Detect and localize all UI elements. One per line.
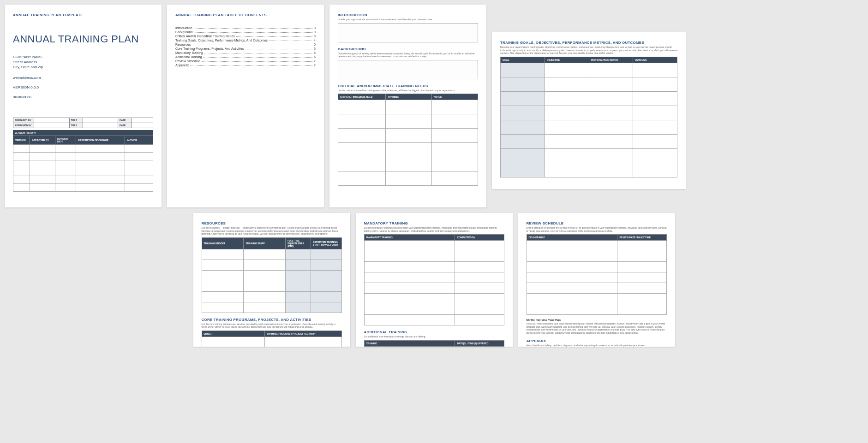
goals-table: GOAL OBJECTIVE PERFORMANCE METRIC OUTCOM… bbox=[500, 57, 677, 177]
table-row bbox=[13, 160, 153, 168]
doc-title: ANNUAL TRAINING PLAN bbox=[13, 33, 153, 45]
table-row bbox=[501, 91, 677, 106]
city-state-zip: City, State and Zip bbox=[13, 65, 153, 70]
critical-needs-table: CRITICAL / IMMEDIATE NEED TRAINING NOTES bbox=[338, 94, 478, 186]
background-desc: Describe the type(s) of training needs a… bbox=[338, 52, 478, 58]
table-row bbox=[364, 315, 504, 325]
additional-desc: List additional, non-mandatory trainings… bbox=[364, 335, 504, 338]
table-row bbox=[527, 262, 666, 272]
table-row bbox=[364, 241, 504, 251]
approved-row: APPROVED BY TITLE DATE bbox=[13, 123, 153, 128]
table-row bbox=[501, 134, 677, 148]
page-goals: TRAINING GOALS, OBJECTIVES, PERFORMANCE … bbox=[492, 32, 686, 189]
table-row bbox=[338, 143, 478, 157]
resources-title: RESOURCES bbox=[202, 221, 342, 225]
appendix-desc: Attach health and safety checklists, dia… bbox=[527, 344, 667, 347]
version-history-table: VERSION APPROVED BY REVISION DATE DESCRI… bbox=[13, 136, 153, 192]
resources-desc: List the resources — budget and staff — … bbox=[202, 226, 342, 236]
page-resources: RESOURCES List the resources — budget an… bbox=[193, 213, 350, 347]
table-row bbox=[527, 272, 666, 283]
table-row bbox=[527, 251, 666, 262]
table-row bbox=[202, 302, 341, 313]
page-toc: ANNUAL TRAINING PLAN TABLE OF CONTENTS I… bbox=[167, 5, 324, 207]
toc-line: Additional Training6 bbox=[175, 55, 316, 59]
table-row bbox=[202, 337, 341, 347]
note-desc: Once you have completed your basic annua… bbox=[527, 322, 667, 334]
table-row bbox=[338, 114, 478, 129]
table-row bbox=[501, 106, 677, 120]
core-title: CORE TRAINING PROGRAMS, PROJECTS, AND AC… bbox=[202, 318, 342, 322]
toc-list: Introduction3Background3Critical And/Or … bbox=[175, 26, 316, 67]
resources-table: TRAINING BUDGET TRAINING STAFF FULL-TIME… bbox=[202, 237, 342, 313]
toc-line: Critical And/Or Immediate Training Needs… bbox=[175, 35, 316, 38]
toc-line: Training Goals, Objectives, Performance … bbox=[175, 39, 316, 42]
table-row bbox=[527, 241, 666, 251]
table-row bbox=[527, 294, 666, 304]
table-row bbox=[202, 249, 341, 260]
page-review: REVIEW SCHEDULE Draft a schedule for per… bbox=[518, 213, 675, 347]
table-row bbox=[501, 120, 677, 134]
table-row bbox=[338, 100, 478, 114]
goals-title: TRAINING GOALS, OBJECTIVES, PERFORMANCE … bbox=[500, 41, 677, 45]
table-row bbox=[13, 152, 153, 160]
toc-line: Background3 bbox=[175, 30, 316, 34]
toc-line: Review Schedule7 bbox=[175, 59, 316, 63]
table-row bbox=[364, 272, 504, 283]
toc-header: ANNUAL TRAINING PLAN TABLE OF CONTENTS bbox=[175, 13, 316, 17]
table-row bbox=[364, 294, 504, 304]
background-box bbox=[338, 60, 478, 79]
table-row bbox=[501, 148, 677, 163]
appendix-title: APPENDIX bbox=[527, 339, 667, 343]
table-row bbox=[202, 291, 341, 302]
review-title: REVIEW SCHEDULE bbox=[527, 221, 667, 225]
table-row bbox=[338, 129, 478, 143]
street: Street Address bbox=[13, 59, 153, 65]
mandatory-title: MANDATORY TRAINING bbox=[364, 221, 504, 225]
table-row bbox=[501, 63, 677, 77]
introduction-title: INTRODUCTION bbox=[338, 13, 478, 17]
core-table: DRIVER TRAINING PROGRAM / PROJECT / ACTI… bbox=[202, 331, 342, 347]
table-row bbox=[364, 346, 504, 347]
table-row bbox=[364, 283, 504, 294]
critical-desc: List the critical or immediate training … bbox=[338, 89, 478, 92]
company-name: COMPANY NAME bbox=[13, 54, 153, 59]
template-header: ANNUAL TRAINING PLAN TEMPLATE bbox=[13, 13, 153, 17]
table-row bbox=[202, 281, 341, 291]
table-row bbox=[501, 77, 677, 91]
note-title: NOTE: Revising Your Plan bbox=[527, 319, 667, 321]
table-row bbox=[338, 157, 478, 171]
review-table: DELIVERABLE REVIEW DATE / MILESTONE bbox=[527, 234, 667, 315]
toc-line: Appendix7 bbox=[175, 64, 316, 67]
mandatory-desc: List any mandatory trainings required wi… bbox=[364, 226, 504, 232]
table-row bbox=[364, 262, 504, 272]
table-row bbox=[364, 251, 504, 262]
table-row bbox=[13, 183, 153, 191]
table-row bbox=[338, 171, 478, 186]
introduction-box bbox=[338, 23, 478, 42]
table-row bbox=[13, 176, 153, 183]
table-row bbox=[13, 168, 153, 176]
table-row bbox=[501, 163, 677, 177]
table-row bbox=[527, 304, 666, 315]
toc-line: Introduction3 bbox=[175, 26, 316, 30]
prepared-row: PREPARED BY TITLE DATE bbox=[13, 118, 153, 123]
toc-line: Resources5 bbox=[175, 43, 316, 46]
additional-table: TRAINING DATE(S) / TIME(S) OFFERED bbox=[364, 340, 504, 347]
goals-desc: Describe your organization's training go… bbox=[500, 46, 677, 55]
table-row bbox=[527, 283, 666, 294]
page-mandatory: MANDATORY TRAINING List any mandatory tr… bbox=[356, 213, 513, 347]
doc-date: 00/00/0000 bbox=[13, 95, 153, 99]
table-row bbox=[13, 144, 153, 152]
version-history-header: VERSION HISTORY bbox=[13, 130, 153, 136]
introduction-desc: Include your organization's mission and … bbox=[338, 18, 478, 21]
table-row bbox=[202, 260, 341, 270]
web-address: webaddress.com bbox=[13, 76, 153, 80]
page-intro: INTRODUCTION Include your organization's… bbox=[329, 5, 486, 207]
review-desc: Draft a schedule for periodic review and… bbox=[527, 226, 667, 232]
core-desc: List the core training activities and se… bbox=[202, 323, 342, 329]
toc-line: Core Training Programs, Projects, And Ac… bbox=[175, 47, 316, 50]
mandatory-table: MANDATORY TRAINING COMPLETED BY bbox=[364, 234, 504, 325]
additional-title: ADDITIONAL TRAINING bbox=[364, 330, 504, 334]
critical-title: CRITICAL AND/OR IMMEDIATE TRAINING NEEDS bbox=[338, 84, 478, 88]
page-title: ANNUAL TRAINING PLAN TEMPLATE ANNUAL TRA… bbox=[5, 5, 162, 207]
